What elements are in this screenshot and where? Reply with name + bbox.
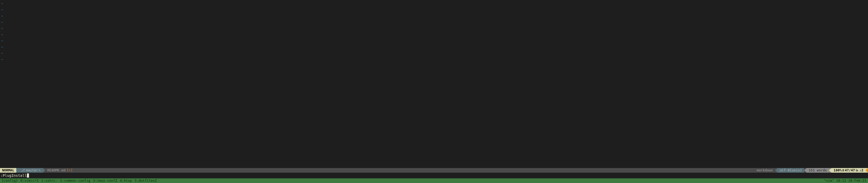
empty-line-tilde: ~: [1, 1, 867, 7]
col-number: :2: [859, 168, 863, 173]
wordcount-label: 151 words: [809, 168, 827, 173]
branch-segment: ⎇ master ✎: [19, 168, 43, 173]
svg-rect-1: [16, 168, 19, 173]
svg-marker-3: [775, 168, 778, 173]
empty-line-tilde: ~: [1, 44, 867, 50]
empty-line-tilde: ~: [1, 57, 867, 63]
separator-icon: [43, 168, 45, 173]
dirty-icon: ✎: [38, 168, 41, 173]
file-name: README.md: [48, 168, 65, 173]
mode-segment: NORMAL: [0, 168, 16, 173]
empty-line-tilde: ~: [1, 7, 867, 13]
command-text: :PlugInstall: [1, 173, 27, 178]
tmux-window[interactable]: 0:vimrc*Z: [20, 178, 40, 183]
branch-name: master: [26, 168, 38, 173]
svg-marker-6: [865, 168, 868, 173]
line-count: 47/47: [845, 168, 855, 173]
tmux-window[interactable]: 2:common-config: [59, 178, 91, 183]
file-segment: README.md [+]: [45, 168, 75, 173]
separator-icon: [804, 168, 807, 173]
svg-marker-4: [804, 168, 807, 173]
tmux-session[interactable]: [config]: [1, 178, 19, 183]
percent-label: 100%: [834, 168, 842, 173]
empty-line-tilde: ~: [1, 13, 867, 19]
statusline-filler: [75, 168, 755, 173]
branch-icon: ⎇: [21, 168, 25, 173]
separator-icon: [829, 168, 832, 173]
tmux-statusbar: [config] 0:vimrc*Z 1:zshrc- 2:common-con…: [0, 178, 868, 183]
command-line[interactable]: :PlugInstall: [0, 173, 868, 178]
cursor-icon: [27, 174, 29, 178]
empty-line-tilde: ~: [1, 32, 867, 38]
encoding-segment: utf-8[unix]: [778, 168, 804, 173]
col-icon: ㏑: [855, 168, 859, 173]
line-icon: ≡: [842, 168, 845, 173]
tmux-window[interactable]: 1:zshrc-: [40, 178, 59, 183]
separator-icon: [16, 168, 19, 173]
tmux-window[interactable]: 3:tmux-confZ: [92, 178, 118, 183]
vim-statusline: NORMAL ⎇ master ✎ README.md [+] markdown…: [0, 168, 868, 173]
filetype-label: markdown: [757, 168, 773, 173]
modified-indicator: [+]: [66, 168, 72, 173]
empty-line-tilde: ~: [1, 19, 867, 25]
svg-marker-5: [829, 168, 832, 173]
wordcount-segment: 151 words: [807, 168, 829, 173]
editor-buffer[interactable]: ~ ~ ~ ~ ~ ~ ~ ~ ~ ~: [0, 0, 868, 168]
encoding-label: utf-8[unix]: [780, 168, 802, 173]
separator-icon: [865, 168, 868, 173]
tmux-window[interactable]: 4:htop: [119, 178, 133, 183]
svg-marker-2: [43, 168, 45, 173]
tmux-right-status: "vim" 18:12 18-Feb-21: [823, 178, 867, 183]
position-segment: 100% ≡ 47/47 ㏑ :2: [832, 168, 865, 173]
empty-line-tilde: ~: [1, 25, 867, 32]
filetype-segment: markdown: [755, 168, 775, 173]
tmux-window[interactable]: 5:dotfilesZ: [133, 178, 158, 183]
empty-line-tilde: ~: [1, 50, 867, 57]
separator-icon: [775, 168, 778, 173]
empty-line-tilde: ~: [1, 38, 867, 44]
mode-label: NORMAL: [2, 168, 14, 173]
